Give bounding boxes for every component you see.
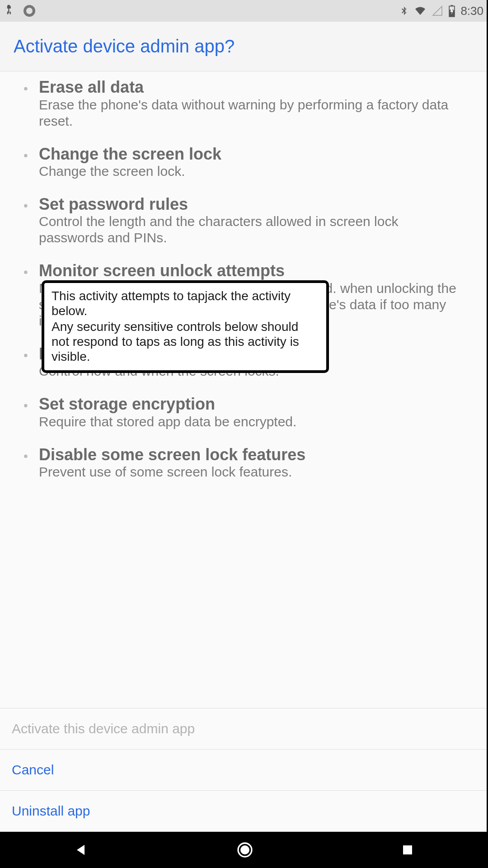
tapjack-overlay[interactable]: This activity attempts to tapjack the ac… [42,280,329,373]
permission-item: Erase all data Erase the phone's data wi… [39,78,465,129]
permission-desc: Erase the phone's data without warning b… [39,97,465,129]
permission-title: Change the screen lock [39,145,465,163]
permission-title: Set password rules [39,195,465,213]
permission-desc: Change the screen lock. [39,163,465,179]
permission-item: Set password rules Control the length an… [39,195,465,246]
permission-item: Disable some screen lock features Preven… [39,445,465,480]
overlay-line1: This activity attempts to tapjack the ac… [52,288,319,318]
wifi-icon [413,5,427,16]
frostwire-icon [5,3,17,19]
activate-button[interactable]: Activate this device admin app [0,708,488,749]
permission-title: Monitor screen unlock attempts [39,261,465,280]
permission-desc: Require that stored app data be encrypte… [39,414,465,430]
cell-icon [432,5,443,16]
permission-item: Change the screen lock Change the screen… [39,145,465,179]
home-button[interactable] [236,841,254,859]
actions: Activate this device admin app Cancel Un… [0,708,488,832]
overlay-line2: Any security sensitive controls below sh… [52,319,319,364]
status-clock: 8:30 [460,4,483,18]
bluetooth-icon [399,5,409,17]
uninstall-button[interactable]: Uninstall app [0,790,488,832]
permission-title: Set storage encryption [39,395,465,413]
app-bar: Activate device admin app? [0,22,488,71]
svg-rect-3 [451,5,453,6]
permission-desc: Control the length and the characters al… [39,213,465,246]
battery-charging-icon [448,5,456,17]
permission-title: Erase all data [39,78,465,96]
permission-desc: Prevent use of some screen lock features… [39,464,465,480]
status-bar: 8:30 [0,0,488,22]
permissions-list: Erase all data Erase the phone's data wi… [23,78,465,480]
svg-rect-0 [7,11,8,14]
svg-rect-1 [10,11,11,14]
recents-button[interactable] [401,843,414,857]
permission-title: Disable some screen lock features [39,445,465,464]
page-title: Activate device admin app? [14,36,235,57]
circle-icon [23,5,35,17]
svg-point-6 [240,845,249,854]
back-button[interactable] [74,842,89,858]
permission-item: Set storage encryption Require that stor… [39,395,465,429]
svg-rect-7 [403,845,412,854]
cancel-button[interactable]: Cancel [0,749,488,790]
nav-bar [0,832,488,868]
